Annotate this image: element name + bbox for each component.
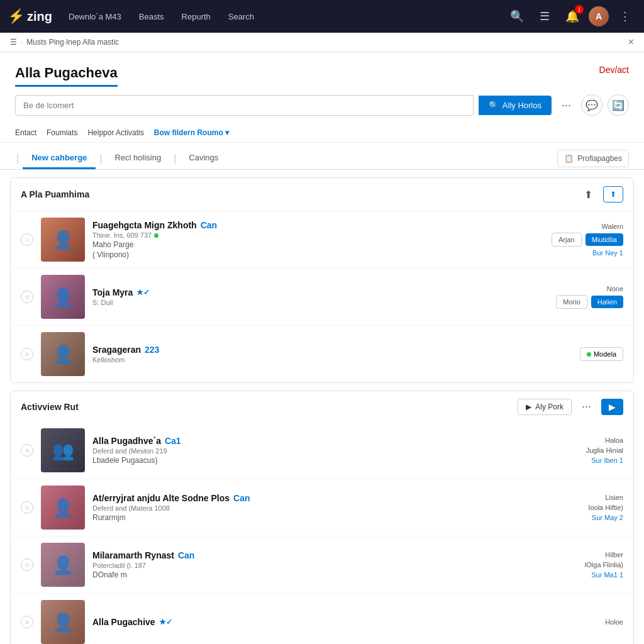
item-name-link-1[interactable]: Can bbox=[201, 220, 217, 230]
play-btn-blue[interactable]: ▶ bbox=[601, 399, 623, 415]
filter-tab-entact[interactable]: Entact bbox=[15, 126, 36, 140]
breadcrumb-close-btn[interactable]: × bbox=[628, 36, 634, 48]
more-options-icon-btn[interactable]: ⋮ bbox=[614, 5, 636, 28]
play-text-btn[interactable]: ▶ Aly Pork bbox=[518, 399, 572, 415]
chat-icon-btn[interactable]: 💬 bbox=[581, 94, 602, 116]
activity-checkbox-2[interactable]: ○ bbox=[21, 501, 33, 514]
logo-area[interactable]: ⚡ zing bbox=[8, 8, 52, 25]
list-item: ○ 👤 Sragageran 223 Kelloshom Modela bbox=[11, 326, 633, 382]
activity-actions-1: Haloa Juglia Hinial Sur Iben 1 bbox=[586, 436, 623, 464]
tab-recl-holising[interactable]: Recl holising bbox=[106, 148, 170, 169]
filter-tab-bow-label: Bow fildern Roumo bbox=[154, 128, 223, 137]
action-link-1[interactable]: Bur Ney 1 bbox=[592, 249, 623, 257]
user-avatar[interactable]: A bbox=[589, 6, 609, 26]
activity-meta-2: Deferd and (Matera 1008 bbox=[92, 504, 580, 512]
tab-new-cahberge[interactable]: New cahberge bbox=[23, 148, 96, 169]
activity-name-text-2: At/erryjrat anjdu Alte Sodne Plos bbox=[92, 493, 230, 503]
activity-action-link-1[interactable]: Sur Iben 1 bbox=[591, 457, 623, 464]
activity-name-link-1[interactable]: Ca1 bbox=[165, 436, 181, 446]
activity-thumbnail-4: 👤 bbox=[41, 600, 85, 644]
activity-action-label-4: Holoe bbox=[605, 618, 623, 626]
nav-item-report[interactable]: Repurth bbox=[175, 8, 217, 25]
btn-modela-label: Modela bbox=[594, 350, 616, 358]
verified-icon-4: ★✓ bbox=[159, 618, 172, 626]
tab-sep-1: | bbox=[15, 153, 20, 164]
refresh-icon-btn[interactable]: 🔄 bbox=[608, 94, 629, 116]
btn-arjan-1[interactable]: Arjan bbox=[552, 233, 582, 247]
play-icon-sm: ▶ bbox=[526, 402, 531, 411]
activity-dots-btn[interactable]: ··· bbox=[577, 397, 596, 416]
activity-face-icon-2: 👤 bbox=[41, 486, 85, 530]
item-name-text-2: Toja Myra bbox=[92, 287, 133, 297]
activity-action-link-3[interactable]: Sur Ma1 1 bbox=[591, 571, 623, 579]
search-btn-icon: 🔍 bbox=[489, 101, 499, 110]
verified-icon-2: ★✓ bbox=[136, 288, 150, 297]
nav-item-beasts[interactable]: Beasts bbox=[133, 8, 170, 25]
activity-name-1: Alla Pugadhve`a Ca1 bbox=[92, 436, 579, 446]
item-checkbox-3[interactable]: ○ bbox=[21, 348, 33, 360]
search-area: 🔍 Ally Horlos ··· 💬 🔄 bbox=[0, 87, 644, 123]
page-header: Alla Pugacheva Dev/act bbox=[0, 52, 644, 87]
person-face-icon-2: 👤 bbox=[41, 275, 85, 319]
activity-name-link-3[interactable]: Can bbox=[178, 550, 194, 560]
activity-action-link-2[interactable]: Sur May 2 bbox=[592, 514, 623, 521]
btn-morio-2[interactable]: Morio bbox=[556, 295, 587, 309]
item-meta-2: S: Duil bbox=[92, 299, 548, 306]
search-button[interactable]: 🔍 Ally Horlos bbox=[479, 96, 552, 115]
activity-name-2: At/erryjrat anjdu Alte Sodne Plos Can bbox=[92, 493, 580, 503]
activity-list-item: ○ 👤 Alla Pugachive ★✓ Holoe bbox=[11, 594, 633, 644]
activity-thumbnail-2: 👤 bbox=[41, 486, 85, 530]
dots-menu-btn[interactable]: ··· bbox=[557, 96, 576, 114]
filter-tab-helppor[interactable]: Helppor Activatis bbox=[87, 126, 143, 140]
upload-button[interactable]: ⬆ bbox=[603, 186, 623, 203]
menu-icon-btn[interactable]: ☰ bbox=[533, 5, 556, 28]
activity-action2-label-1: Juglia Hinial bbox=[586, 447, 623, 454]
item-actions-2: None Morio Halien bbox=[556, 285, 623, 309]
btn-halien-2[interactable]: Halien bbox=[591, 296, 623, 308]
tab-sep-2: | bbox=[98, 153, 103, 164]
item-checkbox-1[interactable]: ○ bbox=[21, 233, 33, 246]
item-meta-1: Thine. Ins, 609 737 bbox=[92, 231, 544, 239]
filter-tab-bow[interactable]: Bow fildern Roumo ▾ bbox=[154, 128, 229, 137]
breadcrumb-separator: · bbox=[21, 38, 23, 47]
tab-cavings[interactable]: Cavings bbox=[180, 148, 227, 169]
nav-item-search[interactable]: Search bbox=[222, 8, 260, 25]
activity-name-link-2[interactable]: Can bbox=[233, 493, 250, 503]
item-sub1-1: Maho Parge bbox=[92, 240, 544, 249]
item-meta-text-2: S: Duil bbox=[92, 299, 113, 306]
item-name-link-3[interactable]: 223 bbox=[145, 345, 159, 355]
btn-miutidlia-1[interactable]: Miutidlia bbox=[586, 233, 623, 246]
activity-thumbnail-1: 👥 bbox=[41, 428, 85, 472]
activity-checkbox-4[interactable]: ○ bbox=[21, 616, 33, 628]
activity-name-text-1: Alla Pugadhve`a bbox=[92, 436, 161, 446]
profile-pages-btn[interactable]: 📋 Profiapagbes bbox=[557, 150, 629, 167]
activity-info-3: Milaramarth Rynast Can Potercladil (l. 1… bbox=[92, 550, 577, 579]
nav-item-download[interactable]: Dewnlo`a M43 bbox=[62, 8, 128, 25]
item-name-1: Fuagehgcta Mign Zkhoth Can bbox=[92, 220, 544, 230]
sort-icon-btn[interactable]: ⬆ bbox=[578, 184, 598, 204]
btn-modela-3[interactable]: Modela bbox=[580, 347, 623, 361]
filter-tab-foumiats[interactable]: Foumiats bbox=[47, 126, 77, 140]
section-top-title: A Pla Puamhima bbox=[21, 189, 89, 199]
profile-pages-icon: 📋 bbox=[564, 154, 574, 163]
search-input[interactable] bbox=[15, 95, 474, 116]
tab-sep-3: | bbox=[172, 153, 177, 164]
activity-list-item: ○ 👤 At/erryjrat anjdu Alte Sodne Plos Ca… bbox=[11, 479, 633, 536]
main-content: Alla Pugacheva Dev/act 🔍 Ally Horlos ···… bbox=[0, 52, 644, 644]
activity-name-text-3: Milaramarth Rynast bbox=[92, 550, 174, 560]
action-row-1: Arjan Miutidlia bbox=[552, 233, 623, 247]
dev-act-link[interactable]: Dev/act bbox=[599, 65, 629, 75]
section-top-actions: ⬆ ⬆ bbox=[578, 184, 623, 204]
logo-text: zing bbox=[27, 9, 52, 24]
top-nav: ⚡ zing Dewnlo`a M43 Beasts Repurth Searc… bbox=[0, 0, 644, 33]
search-icon-btn[interactable]: 🔍 bbox=[506, 5, 528, 28]
activity-actions-3: Hilber lOlga Flinlia) Sur Ma1 1 bbox=[585, 551, 623, 579]
activity-thumbnail-3: 👤 bbox=[41, 543, 85, 587]
activity-checkbox-3[interactable]: ○ bbox=[21, 558, 33, 571]
item-info-3: Sragageran 223 Kelloshom bbox=[92, 345, 572, 364]
activity-checkbox-1[interactable]: ○ bbox=[21, 444, 33, 457]
list-item: ○ 👤 Fuagehgcta Mign Zkhoth Can Thine. In… bbox=[11, 211, 633, 269]
item-checkbox-2[interactable]: ○ bbox=[21, 291, 33, 303]
item-thumbnail-1: 👤 bbox=[41, 218, 85, 262]
section-top-header: A Pla Puamhima ⬆ ⬆ bbox=[11, 178, 633, 211]
